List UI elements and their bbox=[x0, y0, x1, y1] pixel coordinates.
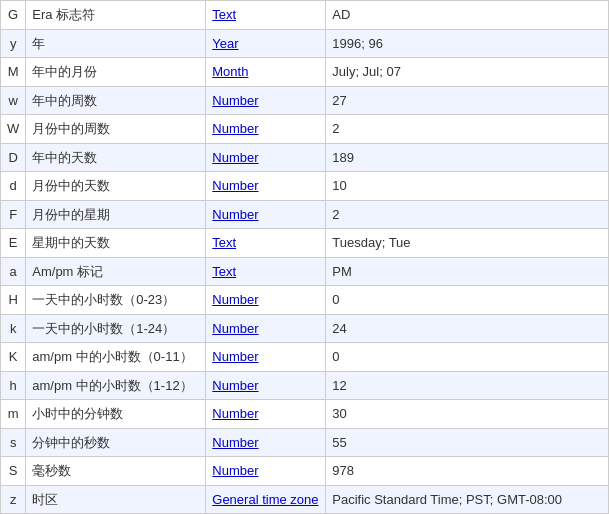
type-link[interactable]: Number bbox=[212, 150, 258, 165]
type-link[interactable]: Number bbox=[212, 463, 258, 478]
description-cell: 年中的天数 bbox=[26, 143, 206, 172]
type-link[interactable]: Text bbox=[212, 264, 236, 279]
description-cell: 星期中的天数 bbox=[26, 229, 206, 258]
symbol-cell: W bbox=[1, 115, 26, 144]
type-link[interactable]: Number bbox=[212, 121, 258, 136]
symbol-cell: S bbox=[1, 457, 26, 486]
table-row: w年中的周数Number27 bbox=[1, 86, 609, 115]
type-cell[interactable]: Number bbox=[206, 314, 326, 343]
type-cell[interactable]: General time zone bbox=[206, 485, 326, 514]
description-cell: 时区 bbox=[26, 485, 206, 514]
type-link[interactable]: Year bbox=[212, 36, 238, 51]
description-cell: 年中的周数 bbox=[26, 86, 206, 115]
type-link[interactable]: Number bbox=[212, 406, 258, 421]
type-link[interactable]: Number bbox=[212, 93, 258, 108]
example-cell: Pacific Standard Time; PST; GMT-08:00 bbox=[326, 485, 609, 514]
example-cell: 30 bbox=[326, 400, 609, 429]
type-link[interactable]: Number bbox=[212, 378, 258, 393]
table-row: y年Year1996; 96 bbox=[1, 29, 609, 58]
symbol-cell: y bbox=[1, 29, 26, 58]
example-cell: 10 bbox=[326, 172, 609, 201]
type-cell[interactable]: Number bbox=[206, 86, 326, 115]
table-row: D年中的天数Number189 bbox=[1, 143, 609, 172]
type-cell[interactable]: Number bbox=[206, 143, 326, 172]
symbol-cell: G bbox=[1, 1, 26, 30]
type-link[interactable]: Month bbox=[212, 64, 248, 79]
type-link[interactable]: Number bbox=[212, 207, 258, 222]
example-cell: 189 bbox=[326, 143, 609, 172]
table-row: d月份中的天数Number10 bbox=[1, 172, 609, 201]
example-cell: 55 bbox=[326, 428, 609, 457]
table-row: Kam/pm 中的小时数（0-11）Number0 bbox=[1, 343, 609, 372]
symbol-cell: a bbox=[1, 257, 26, 286]
type-cell[interactable]: Number bbox=[206, 200, 326, 229]
description-cell: am/pm 中的小时数（1-12） bbox=[26, 371, 206, 400]
type-cell[interactable]: Month bbox=[206, 58, 326, 87]
type-cell[interactable]: Number bbox=[206, 400, 326, 429]
symbol-cell: h bbox=[1, 371, 26, 400]
type-link[interactable]: Text bbox=[212, 7, 236, 22]
description-cell: 小时中的分钟数 bbox=[26, 400, 206, 429]
table-row: m小时中的分钟数Number30 bbox=[1, 400, 609, 429]
table-row: k一天中的小时数（1-24）Number24 bbox=[1, 314, 609, 343]
symbol-cell: s bbox=[1, 428, 26, 457]
type-link[interactable]: Number bbox=[212, 349, 258, 364]
type-link[interactable]: Number bbox=[212, 178, 258, 193]
table-row: z时区General time zonePacific Standard Tim… bbox=[1, 485, 609, 514]
table-row: GEra 标志符TextAD bbox=[1, 1, 609, 30]
table-row: E星期中的天数TextTuesday; Tue bbox=[1, 229, 609, 258]
description-cell: 月份中的天数 bbox=[26, 172, 206, 201]
description-cell: 月份中的星期 bbox=[26, 200, 206, 229]
type-link[interactable]: Number bbox=[212, 435, 258, 450]
symbol-cell: H bbox=[1, 286, 26, 315]
symbol-cell: m bbox=[1, 400, 26, 429]
symbol-cell: k bbox=[1, 314, 26, 343]
symbol-cell: F bbox=[1, 200, 26, 229]
type-link[interactable]: Number bbox=[212, 292, 258, 307]
example-cell: 2 bbox=[326, 115, 609, 144]
type-cell[interactable]: Year bbox=[206, 29, 326, 58]
example-cell: 0 bbox=[326, 343, 609, 372]
symbol-cell: M bbox=[1, 58, 26, 87]
type-cell[interactable]: Number bbox=[206, 286, 326, 315]
type-cell[interactable]: Number bbox=[206, 428, 326, 457]
type-cell[interactable]: Text bbox=[206, 229, 326, 258]
type-cell[interactable]: Number bbox=[206, 343, 326, 372]
type-cell[interactable]: Number bbox=[206, 115, 326, 144]
type-link[interactable]: Number bbox=[212, 321, 258, 336]
symbol-cell: d bbox=[1, 172, 26, 201]
example-cell: 24 bbox=[326, 314, 609, 343]
example-cell: 0 bbox=[326, 286, 609, 315]
example-cell: 2 bbox=[326, 200, 609, 229]
symbol-cell: w bbox=[1, 86, 26, 115]
example-cell: 978 bbox=[326, 457, 609, 486]
type-cell[interactable]: Number bbox=[206, 371, 326, 400]
example-cell: 27 bbox=[326, 86, 609, 115]
symbol-cell: z bbox=[1, 485, 26, 514]
table-row: F月份中的星期Number2 bbox=[1, 200, 609, 229]
example-cell: 1996; 96 bbox=[326, 29, 609, 58]
example-cell: Tuesday; Tue bbox=[326, 229, 609, 258]
description-cell: 年中的月份 bbox=[26, 58, 206, 87]
type-cell[interactable]: Text bbox=[206, 1, 326, 30]
description-cell: Am/pm 标记 bbox=[26, 257, 206, 286]
type-cell[interactable]: Number bbox=[206, 172, 326, 201]
type-link[interactable]: Text bbox=[212, 235, 236, 250]
table-row: W月份中的周数Number2 bbox=[1, 115, 609, 144]
type-cell[interactable]: Text bbox=[206, 257, 326, 286]
type-link[interactable]: General time zone bbox=[212, 492, 318, 507]
description-cell: 一天中的小时数（1-24） bbox=[26, 314, 206, 343]
description-cell: 分钟中的秒数 bbox=[26, 428, 206, 457]
example-cell: PM bbox=[326, 257, 609, 286]
example-cell: AD bbox=[326, 1, 609, 30]
table-row: M年中的月份MonthJuly; Jul; 07 bbox=[1, 58, 609, 87]
table-row: s分钟中的秒数Number55 bbox=[1, 428, 609, 457]
description-cell: 毫秒数 bbox=[26, 457, 206, 486]
type-cell[interactable]: Number bbox=[206, 457, 326, 486]
table-row: H一天中的小时数（0-23）Number0 bbox=[1, 286, 609, 315]
table-row: ham/pm 中的小时数（1-12）Number12 bbox=[1, 371, 609, 400]
symbol-cell: D bbox=[1, 143, 26, 172]
table-row: S毫秒数Number978 bbox=[1, 457, 609, 486]
description-cell: Era 标志符 bbox=[26, 1, 206, 30]
example-cell: 12 bbox=[326, 371, 609, 400]
